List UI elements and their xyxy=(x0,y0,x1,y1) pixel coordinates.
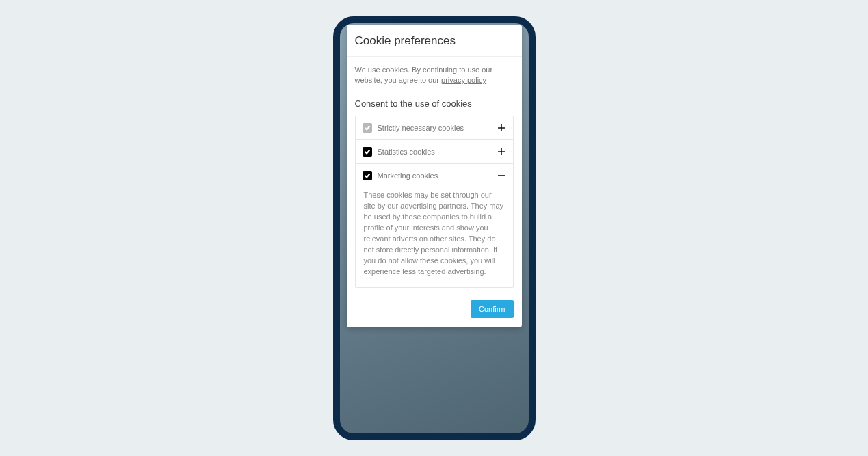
accordion-header-necessary[interactable]: Strictly necessary cookies xyxy=(356,116,513,139)
checkbox-marketing[interactable] xyxy=(363,171,372,180)
plus-icon[interactable] xyxy=(497,147,506,157)
checkbox-necessary xyxy=(363,123,372,133)
accordion-header-statistics[interactable]: Statistics cookies xyxy=(356,140,513,163)
minus-icon[interactable] xyxy=(497,171,506,180)
accordion-item-necessary: Strictly necessary cookies xyxy=(356,116,513,140)
modal-title: Cookie preferences xyxy=(355,34,514,48)
modal-footer: Confirm xyxy=(347,293,522,327)
label-statistics: Statistics cookies xyxy=(378,148,491,156)
checkbox-statistics[interactable] xyxy=(363,147,372,157)
marketing-description: These cookies may be set through our sit… xyxy=(356,187,513,287)
confirm-button[interactable]: Confirm xyxy=(471,300,514,318)
modal-body: We use cookies. By continuing to use our… xyxy=(347,57,522,293)
accordion-header-marketing[interactable]: Marketing cookies xyxy=(356,164,513,187)
modal-header: Cookie preferences xyxy=(347,25,522,57)
accordion-item-marketing: Marketing cookies These cookies may be s… xyxy=(356,164,513,287)
label-marketing: Marketing cookies xyxy=(378,172,491,180)
cookie-accordion: Strictly necessary cookies Statistics co… xyxy=(355,116,514,288)
cookie-preferences-modal: Cookie preferences We use cookies. By co… xyxy=(347,25,522,327)
label-necessary: Strictly necessary cookies xyxy=(378,124,491,132)
intro-text: We use cookies. By continuing to use our… xyxy=(355,65,514,87)
phone-frame: Cookie preferences We use cookies. By co… xyxy=(333,16,536,440)
privacy-policy-link[interactable]: privacy policy xyxy=(441,76,486,84)
plus-icon[interactable] xyxy=(497,123,506,133)
consent-section-title: Consent to the use of cookies xyxy=(355,98,514,109)
accordion-item-statistics: Statistics cookies xyxy=(356,140,513,164)
